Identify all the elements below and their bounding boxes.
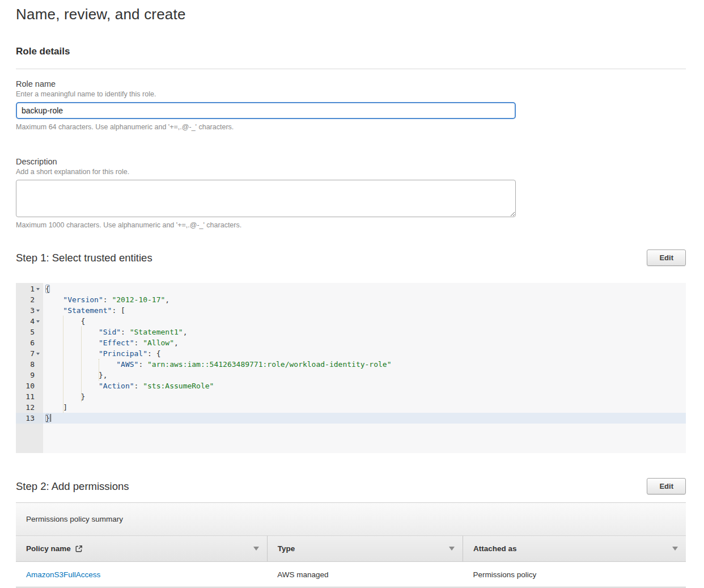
column-header-policy-name[interactable]: Policy name [16, 536, 267, 562]
sort-icon[interactable] [253, 547, 259, 551]
role-name-helper: Maximum 64 characters. Use alphanumeric … [16, 123, 686, 131]
column-label-attached-as: Attached as [473, 544, 517, 553]
role-name-label: Role name [16, 79, 686, 88]
permissions-panel-header: Permissions policy summary [16, 503, 686, 535]
permissions-table: Policy name [16, 535, 686, 587]
step2-edit-button[interactable]: Edit [647, 478, 686, 494]
policy-name-cell: AmazonS3FullAccess [16, 562, 267, 587]
role-details-heading: Role details [16, 46, 686, 57]
step1-header: Step 1: Select trusted entities Edit [16, 249, 686, 266]
role-details-divider [16, 69, 686, 69]
role-name-input[interactable] [16, 102, 516, 119]
attached-as-cell: Permissions policy [463, 562, 686, 587]
column-header-type[interactable]: Type [267, 536, 463, 562]
step1-edit-button[interactable]: Edit [647, 249, 686, 266]
page-title: Name, review, and create [16, 6, 686, 23]
step2-header: Step 2: Add permissions Edit [16, 478, 686, 494]
role-name-field-group: Role name Enter a meaningful name to ide… [16, 79, 686, 131]
column-header-attached-as[interactable]: Attached as [463, 536, 686, 562]
permissions-panel: Permissions policy summary Policy name [16, 502, 686, 587]
description-label: Description [16, 157, 686, 166]
page: Name, review, and create Role details Ro… [0, 0, 704, 587]
description-helper: Maximum 1000 characters. Use alphanumeri… [16, 221, 686, 229]
code-lines: 1{2 "Version": "2012-10-17",3 "Statement… [16, 283, 686, 424]
column-label-policy-name: Policy name [26, 544, 71, 553]
sort-icon[interactable] [672, 547, 678, 551]
description-field-group: Description Add a short explanation for … [16, 157, 686, 229]
step2-heading: Step 2: Add permissions [16, 480, 129, 493]
sort-icon[interactable] [449, 547, 455, 551]
role-name-hint: Enter a meaningful name to identify this… [16, 90, 686, 98]
trust-policy-editor[interactable]: 1{2 "Version": "2012-10-17",3 "Statement… [16, 283, 686, 453]
description-hint: Add a short explanation for this role. [16, 168, 686, 176]
table-row: AmazonS3FullAccess AWS managed Permissio… [16, 562, 686, 587]
description-textarea[interactable] [16, 180, 516, 217]
permissions-panel-title: Permissions policy summary [26, 515, 123, 523]
column-label-type: Type [278, 544, 295, 553]
external-link-icon [75, 545, 83, 553]
step1-heading: Step 1: Select trusted entities [16, 252, 152, 264]
policy-link[interactable]: AmazonS3FullAccess [26, 570, 100, 579]
policy-type-cell: AWS managed [267, 562, 463, 587]
